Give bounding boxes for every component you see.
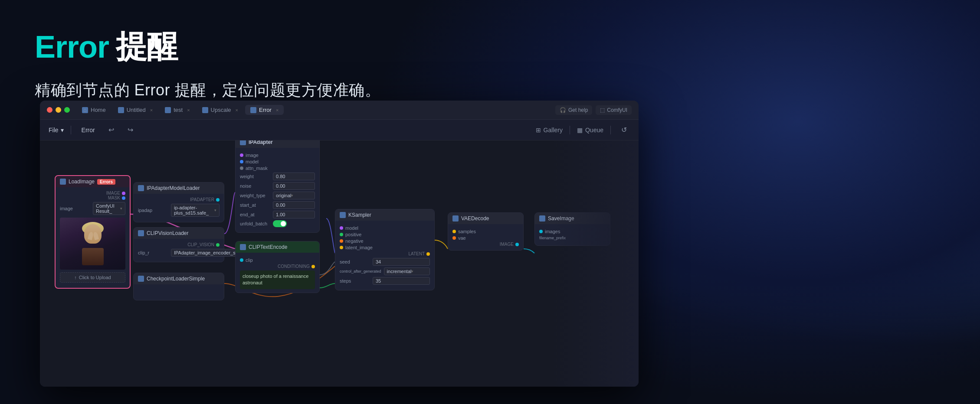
get-help-label: Get help (568, 107, 588, 113)
image-preview (60, 218, 125, 270)
unfold-batch-toggle[interactable] (273, 220, 287, 227)
tab-error[interactable]: Error × (245, 105, 284, 115)
select-arrow-icon: ▾ (120, 206, 122, 211)
vae-samples-label: samples (458, 229, 476, 234)
upload-button[interactable]: ↑ Click to Upload (60, 272, 125, 283)
vae-label: vae (458, 235, 466, 241)
ip-attn-dot (240, 166, 243, 170)
ksampler-header: KSampler (335, 209, 434, 221)
vae-image-out-dot (515, 243, 519, 246)
right-fade (552, 140, 639, 387)
conditioning-out-port: CONDITIONING (240, 264, 315, 269)
tab-close-test[interactable]: × (187, 108, 190, 113)
elf-body (82, 248, 104, 265)
clip-vision-port-dot (216, 243, 220, 247)
ksampler-neg-dot (340, 239, 343, 243)
unfold-batch-row: unfold_batch (240, 220, 315, 227)
tab-close-upscale[interactable]: × (236, 108, 238, 113)
noise-input[interactable]: 0.00 (273, 182, 315, 190)
image-node-icon (60, 179, 66, 185)
end-at-input[interactable]: 1.00 (273, 211, 315, 218)
weight-type-value: original (276, 193, 291, 198)
upload-icon: ↑ (74, 275, 77, 280)
clip-r-select[interactable]: IPAdapter_image_encoder_s_ ▾ (171, 249, 243, 257)
refresh-button[interactable]: ↺ (618, 124, 630, 136)
control-select[interactable]: incremental ▾ (384, 267, 430, 275)
ipadapter-main-icon (240, 140, 246, 145)
ipadap-select[interactable]: ip-adapter-plus_sd15.safe_ ▾ (171, 204, 220, 217)
minimize-button[interactable] (56, 107, 61, 113)
tab-home[interactable]: ⌂ Home (77, 105, 111, 115)
maximize-button[interactable] (64, 107, 70, 113)
ksampler-latent-label: latent_image (345, 245, 373, 250)
gallery-button[interactable]: ⊞ Gallery (536, 127, 563, 134)
header-section: Error 提醒 精确到节点的 Error 提醒，定位问题更方便准确。 (35, 26, 380, 101)
clip-r-row: clip_r IPAdapter_image_encoder_s_ ▾ (138, 249, 220, 257)
ip-attn-port: attn_mask (240, 166, 315, 171)
clip-r-label: clip_r (138, 250, 168, 255)
clip-in-label: clip (246, 257, 253, 263)
chevron-down-icon: ▾ (61, 127, 64, 134)
noise-label: noise (240, 183, 270, 189)
comfyui-icon: ⬚ (600, 107, 605, 113)
image-select[interactable]: ComfyUI Result_ ▾ (93, 202, 125, 215)
close-button[interactable] (47, 107, 52, 113)
queue-label: Queue (585, 127, 603, 134)
steps-row: steps 35 (340, 277, 430, 285)
image-select-value: ComfyUI Result_ (96, 203, 120, 214)
toolbar-divider-1 (71, 126, 71, 134)
clip-vision-body: CLIP_VISION clip_r IPAdapter_image_encod… (134, 239, 224, 262)
get-help-button[interactable]: 🎧 Get help (555, 105, 592, 115)
clip-text-node: CLIPTextEncode clip CONDITIONING closeup… (235, 241, 320, 293)
title-reminder: 提醒 (116, 26, 177, 68)
weight-type-select[interactable]: original ▾ (273, 192, 315, 199)
clip-text-textarea[interactable]: closeup photo of a renaissance astronaut (240, 270, 315, 289)
image-out-label: IMAGE (106, 191, 120, 195)
clip-text-header: CLIPTextEncode (236, 241, 319, 253)
ipadapter-node-icon (138, 185, 144, 191)
title-line: Error 提醒 (35, 26, 380, 68)
start-at-row: start_at 0.00 (240, 201, 315, 209)
ipadapter-out-port: IPADAPTER (138, 197, 220, 202)
weight-input[interactable]: 0.80 (273, 173, 315, 180)
clip-text-icon (240, 244, 246, 250)
ksampler-latent-out-label: LATENT (408, 251, 425, 256)
clip-vision-node: CLIPVisionLoader CLIP_VISION clip_r IPAd… (133, 227, 224, 262)
clip-vision-title: CLIPVisionLoader (147, 230, 189, 236)
ksampler-model-label: model (345, 225, 358, 231)
ipadap-label: ipadap (138, 208, 168, 213)
ipadapter-main-title: IPAdapter (249, 140, 273, 145)
start-at-input[interactable]: 0.00 (273, 201, 315, 209)
ksampler-model-port: model (340, 225, 430, 231)
tab-test[interactable]: test × (160, 105, 195, 115)
vaedecode-body: samples vae IMAGE (448, 224, 523, 250)
ip-image-dot (240, 153, 243, 157)
headphone-icon: 🎧 (560, 107, 566, 113)
seed-input[interactable]: 34 (373, 258, 430, 266)
node-icon-3 (202, 107, 208, 113)
vaedecode-node: VAEDecode samples vae IMAGE (448, 212, 524, 251)
tab-upscale[interactable]: Upscale × (197, 105, 243, 115)
tab-close-error[interactable]: × (276, 108, 279, 113)
elf-ear-right (92, 231, 98, 240)
ip-model-label: model (246, 159, 259, 164)
comfyui-button[interactable]: ⬚ ComfyUI (596, 105, 632, 115)
end-at-label: end_at (240, 212, 270, 217)
ip-model-port: model (240, 159, 315, 164)
file-menu[interactable]: File ▾ (49, 127, 64, 134)
checkpoint-title: CheckpointLoaderSimple (147, 276, 205, 282)
ipadapter-main-header: IPAdapter (236, 140, 319, 148)
redo-button[interactable]: ↪ (125, 124, 137, 136)
saveimage-icon (539, 215, 545, 222)
node-icon-2 (165, 107, 171, 113)
steps-input[interactable]: 35 (373, 277, 430, 285)
ksampler-title: KSampler (348, 212, 371, 218)
unfold-batch-label: unfold_batch (240, 221, 270, 226)
elf-figure (78, 222, 108, 265)
queue-button[interactable]: ▦ Queue (577, 127, 603, 134)
tab-close-untitled[interactable]: × (150, 108, 153, 113)
weight-label: weight (240, 174, 270, 179)
image-preview-inner (60, 218, 125, 270)
tab-untitled[interactable]: Untitled × (113, 105, 158, 115)
undo-button[interactable]: ↩ (105, 124, 118, 136)
